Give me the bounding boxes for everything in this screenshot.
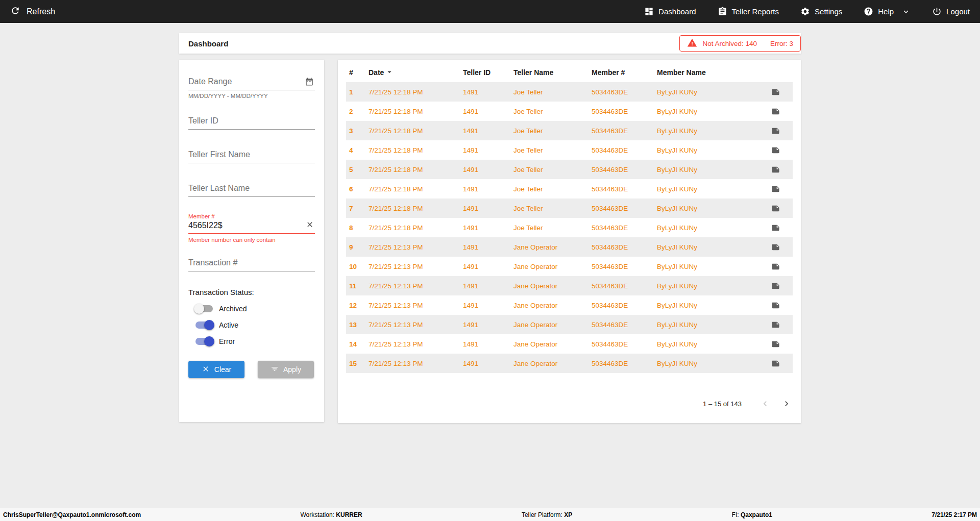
nav-dashboard[interactable]: Dashboard	[644, 7, 696, 16]
top-bar: Refresh Dashboard Teller Reports Setting…	[0, 0, 980, 23]
transaction-status-label: Transaction Status:	[188, 288, 315, 296]
clear-member-icon[interactable]	[306, 220, 314, 231]
note-icon[interactable]	[764, 340, 793, 349]
note-icon[interactable]	[764, 165, 793, 174]
chevron-down-icon	[901, 7, 911, 16]
table-row[interactable]: 14 7/21/25 12:13 PM 1491 Jane Operator 5…	[346, 334, 793, 354]
note-icon[interactable]	[764, 282, 793, 290]
logout-icon	[932, 7, 942, 16]
table-row[interactable]: 5 7/21/25 12:18 PM 1491 Joe Teller 50344…	[346, 160, 793, 179]
note-icon[interactable]	[764, 320, 793, 329]
refresh-icon	[10, 6, 20, 18]
status-bar: ChrisSuperTeller@Qaxpauto1.onmicrosoft.c…	[0, 508, 980, 521]
teller-last-name-input[interactable]: Teller Last Name	[188, 180, 315, 197]
table-row[interactable]: 11 7/21/25 12:13 PM 1491 Jane Operator 5…	[346, 276, 793, 295]
note-icon[interactable]	[764, 243, 793, 252]
toggle-error-label: Error	[219, 337, 235, 345]
col-header-teller-id: Teller ID	[463, 68, 513, 77]
next-page-button[interactable]	[780, 398, 793, 410]
table-row[interactable]: 10 7/21/25 12:13 PM 1491 Jane Operator 5…	[346, 257, 793, 276]
member-number-value: 4565I22$	[188, 221, 223, 230]
refresh-label: Refresh	[27, 7, 55, 16]
dashboard-icon	[644, 7, 654, 16]
content-area: Dashboard Not Archived: 140 Error: 3 Dat…	[179, 33, 801, 423]
teller-first-name-input[interactable]: Teller First Name	[188, 146, 315, 163]
nav-logout[interactable]: Logout	[932, 7, 970, 16]
table-body: 1 7/21/25 12:18 PM 1491 Joe Teller 50344…	[346, 82, 793, 373]
note-icon[interactable]	[764, 185, 793, 193]
calendar-icon[interactable]	[305, 77, 314, 88]
nav-help-label: Help	[878, 7, 894, 16]
active-switch[interactable]	[195, 321, 213, 329]
note-icon[interactable]	[764, 224, 793, 232]
not-archived-alert[interactable]: Not Archived: 140 Error: 3	[679, 35, 801, 52]
workstation-label: Workstation:	[300, 511, 334, 518]
transaction-number-placeholder: Transaction #	[188, 258, 237, 267]
toggle-error[interactable]: Error	[195, 337, 315, 345]
reports-icon	[718, 7, 727, 16]
fi-value: Qaxpauto1	[741, 511, 772, 518]
pagination-range: 1 – 15 of 143	[703, 400, 742, 408]
date-range-placeholder: Date Range	[188, 77, 232, 86]
page-header: Dashboard Not Archived: 140 Error: 3	[179, 33, 801, 54]
date-range-input[interactable]: Date Range	[188, 73, 315, 90]
table-row[interactable]: 9 7/21/25 12:13 PM 1491 Jane Operator 50…	[346, 237, 793, 257]
table-row[interactable]: 3 7/21/25 12:18 PM 1491 Joe Teller 50344…	[346, 121, 793, 140]
table-row[interactable]: 7 7/21/25 12:18 PM 1491 Joe Teller 50344…	[346, 199, 793, 218]
nav-settings[interactable]: Settings	[800, 7, 842, 16]
col-header-teller-name: Teller Name	[513, 68, 592, 77]
member-number-error: Member number can only contain	[188, 237, 315, 243]
note-icon[interactable]	[764, 359, 793, 368]
filter-icon	[271, 365, 279, 375]
transaction-number-input[interactable]: Transaction #	[188, 254, 315, 271]
nav-logout-label: Logout	[946, 7, 970, 16]
nav-settings-label: Settings	[815, 7, 842, 16]
table-row[interactable]: 15 7/21/25 12:13 PM 1491 Jane Operator 5…	[346, 354, 793, 373]
note-icon[interactable]	[764, 127, 793, 135]
page-title: Dashboard	[188, 39, 228, 48]
table-row[interactable]: 6 7/21/25 12:18 PM 1491 Joe Teller 50344…	[346, 179, 793, 199]
prev-page-button[interactable]	[759, 398, 771, 410]
date-range-helper: MM/DD/YYYY - MM/DD/YYYY	[188, 93, 315, 99]
error-switch[interactable]	[195, 338, 213, 345]
note-icon[interactable]	[764, 204, 793, 213]
apply-button-label: Apply	[283, 365, 301, 374]
table-row[interactable]: 8 7/21/25 12:18 PM 1491 Joe Teller 50344…	[346, 218, 793, 237]
footer-user: ChrisSuperTeller@Qaxpauto1.onmicrosoft.c…	[3, 511, 141, 518]
note-icon[interactable]	[764, 262, 793, 271]
top-nav: Dashboard Teller Reports Settings Help	[644, 7, 970, 16]
table-row[interactable]: 13 7/21/25 12:13 PM 1491 Jane Operator 5…	[346, 315, 793, 334]
sort-down-icon	[385, 67, 394, 78]
clear-button[interactable]: Clear	[188, 361, 244, 378]
table-row[interactable]: 2 7/21/25 12:18 PM 1491 Joe Teller 50344…	[346, 102, 793, 121]
transactions-table: # Date Teller ID Teller Name Member # Me…	[338, 60, 801, 423]
nav-teller-reports[interactable]: Teller Reports	[718, 7, 779, 16]
workstation-value: KURRER	[336, 511, 362, 518]
note-icon[interactable]	[764, 88, 793, 96]
col-header-date[interactable]: Date	[369, 67, 463, 78]
teller-id-input[interactable]: Teller ID	[188, 112, 315, 130]
note-icon[interactable]	[764, 107, 793, 116]
note-icon[interactable]	[764, 146, 793, 155]
table-row[interactable]: 4 7/21/25 12:18 PM 1491 Joe Teller 50344…	[346, 140, 793, 160]
member-number-input[interactable]: 4565I22$	[188, 219, 315, 234]
toggle-active-label: Active	[219, 321, 238, 329]
nav-dashboard-label: Dashboard	[658, 7, 696, 16]
footer-datetime: 7/21/25 2:17 PM	[932, 511, 977, 518]
toggle-archived[interactable]: Archived	[195, 305, 315, 313]
clear-x-icon	[202, 365, 210, 375]
teller-last-name-placeholder: Teller Last Name	[188, 184, 250, 192]
table-row[interactable]: 1 7/21/25 12:18 PM 1491 Joe Teller 50344…	[346, 82, 793, 102]
table-row[interactable]: 12 7/21/25 12:13 PM 1491 Jane Operator 5…	[346, 295, 793, 315]
member-number-label: Member #	[188, 213, 315, 219]
alert-not-archived: Not Archived: 140	[702, 40, 757, 47]
archived-switch[interactable]	[195, 305, 213, 312]
nav-help[interactable]: Help	[864, 7, 911, 16]
alert-error-count: Error: 3	[770, 40, 793, 47]
platform-value: XP	[564, 511, 572, 518]
toggle-active[interactable]: Active	[195, 321, 315, 329]
filter-panel: Date Range MM/DD/YYYY - MM/DD/YYYY Telle…	[179, 60, 324, 422]
refresh-button[interactable]: Refresh	[10, 6, 55, 18]
note-icon[interactable]	[764, 301, 793, 310]
apply-button[interactable]: Apply	[258, 361, 314, 378]
